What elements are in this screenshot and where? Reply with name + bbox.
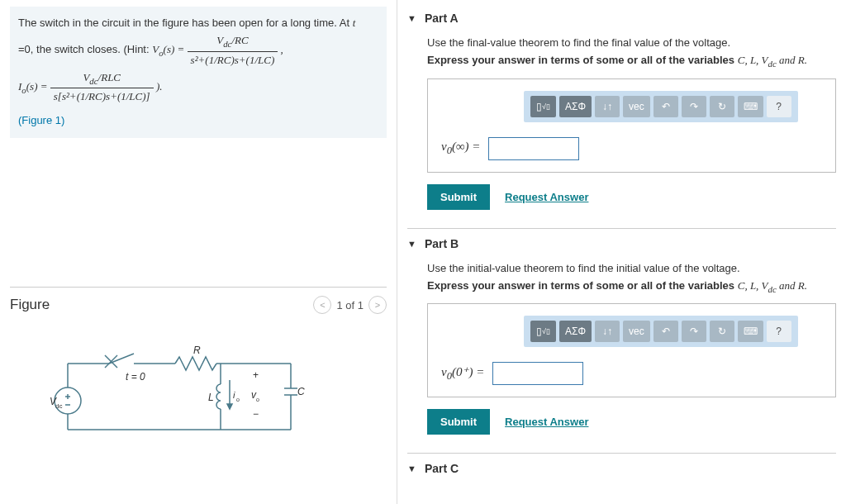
svg-line-6 (109, 354, 134, 364)
caret-down-icon: ▼ (407, 239, 416, 249)
figure-prev-button[interactable]: < (313, 296, 331, 314)
part-b-header[interactable]: ▼ Part B (407, 232, 836, 255)
part-b-express: Express your answer in terms of some or … (427, 279, 836, 294)
equation-toolbar-b: ▯√▯ ΑΣΦ ↓↑ vec ↶ ↷ ↻ ⌨ ? (524, 316, 798, 347)
updown-button[interactable]: ↓↑ (595, 96, 620, 117)
greek-button[interactable]: ΑΣΦ (559, 321, 592, 342)
reset-button[interactable]: ↻ (710, 321, 734, 342)
vec-button[interactable]: vec (623, 96, 650, 117)
part-b-request-link[interactable]: Request Answer (505, 416, 588, 428)
figure-link[interactable]: (Figure 1) (18, 112, 378, 130)
figure-nav-text: 1 of 1 (336, 299, 364, 311)
part-a-answer-area: ▯√▯ ΑΣΦ ↓↑ vec ↶ ↷ ↻ ⌨ ? v0(∞) = (427, 78, 836, 173)
circuit-diagram: Vdc t = 0 R L io + vo − C (10, 339, 387, 449)
problem-statement: The switch in the circuit in the figure … (10, 7, 387, 138)
redo-button[interactable]: ↷ (682, 321, 706, 342)
figure-title: Figure (10, 297, 50, 313)
greek-button[interactable]: ΑΣΦ (559, 96, 592, 117)
part-a-request-link[interactable]: Request Answer (505, 191, 588, 203)
svg-point-0 (55, 388, 81, 414)
equation-toolbar-a: ▯√▯ ΑΣΦ ↓↑ vec ↶ ↷ ↻ ⌨ ? (524, 91, 798, 122)
part-c-title: Part C (425, 462, 459, 475)
part-b-instruction: Use the initial-value theorem to find th… (427, 262, 836, 274)
svg-text:t = 0: t = 0 (126, 371, 145, 383)
caret-down-icon: ▼ (407, 13, 416, 23)
undo-button[interactable]: ↶ (654, 96, 678, 117)
part-c-header[interactable]: ▼ Part C (407, 457, 836, 480)
templates-button[interactable]: ▯√▯ (530, 96, 556, 117)
vec-button[interactable]: vec (623, 321, 650, 342)
svg-text:R: R (193, 345, 201, 356)
part-a-submit-button[interactable]: Submit (427, 184, 490, 210)
caret-down-icon: ▼ (407, 464, 416, 473)
separator (407, 453, 836, 454)
svg-text:−: − (253, 408, 259, 420)
updown-button[interactable]: ↓↑ (595, 321, 620, 342)
keyboard-button[interactable]: ⌨ (738, 321, 763, 342)
svg-text:C: C (297, 386, 305, 397)
part-a-input[interactable] (488, 137, 579, 160)
figure-next-button[interactable]: > (368, 296, 387, 314)
svg-text:L: L (208, 392, 214, 403)
svg-text:o: o (256, 397, 259, 402)
part-b-answer-area: ▯√▯ ΑΣΦ ↓↑ vec ↶ ↷ ↻ ⌨ ? v0(0⁺) = (427, 303, 836, 397)
part-a-header[interactable]: ▼ Part A (407, 7, 836, 30)
templates-button[interactable]: ▯√▯ (530, 321, 556, 342)
keyboard-button[interactable]: ⌨ (738, 96, 763, 117)
svg-text:i: i (233, 390, 235, 400)
part-b-label: v0(0⁺) = (441, 364, 484, 383)
part-b-title: Part B (425, 237, 459, 250)
t-var: t (353, 17, 356, 29)
part-b-submit-button[interactable]: Submit (427, 409, 490, 435)
hint-vo: Vo(s) = Vdc/RCs²+(1/RC)s+(1/LC) , (152, 43, 283, 55)
svg-text:+: + (253, 369, 259, 381)
figure-section: Figure < 1 of 1 > (10, 287, 387, 449)
part-a-express: Express your answer in terms of some or … (427, 54, 836, 69)
part-b-input[interactable] (492, 362, 583, 385)
svg-text:o: o (236, 397, 240, 402)
part-a-label: v0(∞) = (441, 140, 480, 157)
help-button[interactable]: ? (767, 96, 791, 117)
reset-button[interactable]: ↻ (710, 96, 734, 117)
redo-button[interactable]: ↷ (682, 96, 706, 117)
problem-text2: =0, the switch closes. (Hint: (18, 43, 152, 55)
part-a-instruction: Use the final-value theorem to find the … (427, 36, 836, 49)
separator (407, 228, 836, 229)
problem-text1: The switch in the circuit in the figure … (18, 17, 353, 29)
help-button[interactable]: ? (767, 321, 791, 342)
svg-text:dc: dc (55, 402, 62, 410)
hint-io: Io(s) = Vdc/RLCs[s²+(1/RC)s+(1/LC)] ). (18, 80, 162, 93)
undo-button[interactable]: ↶ (654, 321, 678, 342)
part-a-title: Part A (425, 12, 459, 25)
figure-nav: < 1 of 1 > (313, 296, 387, 314)
